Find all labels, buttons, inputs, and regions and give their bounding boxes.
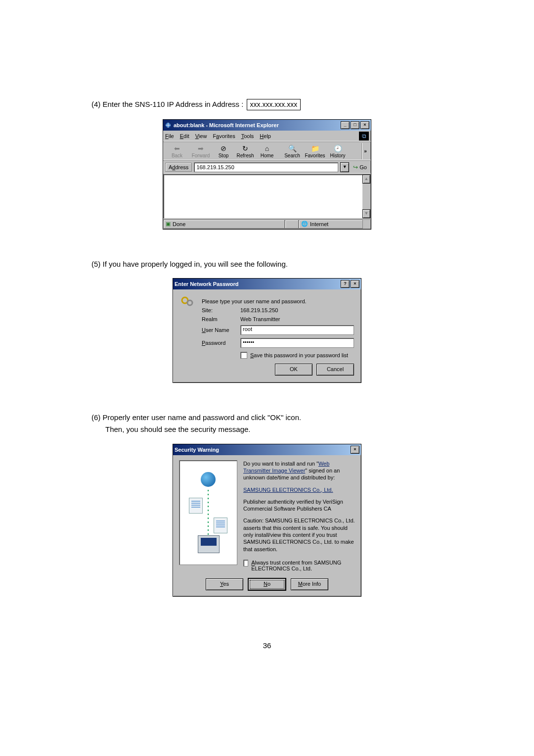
home-icon: ⌂: [262, 144, 272, 153]
ip-placeholder-box: xxx.xxx.xxx.xxx: [247, 99, 301, 110]
computer-icon: [198, 535, 220, 553]
sec-text: Do you want to install and run "Web Tran…: [243, 460, 355, 571]
ie-throbber-icon: ⧉: [359, 132, 369, 141]
home-button[interactable]: ⌂ Home: [256, 143, 278, 159]
favorites-icon: 📁: [310, 144, 320, 153]
svg-point-2: [187, 300, 192, 305]
step4-text: (4) Enter the SNS-110 IP Address in Addr…: [91, 99, 443, 110]
more-info-button[interactable]: More Info: [291, 578, 328, 590]
home-label: Home: [261, 153, 274, 158]
menu-edit[interactable]: Edit: [180, 133, 189, 139]
toolbar-overflow[interactable]: »: [361, 143, 369, 159]
history-button[interactable]: 🕘 History: [327, 143, 349, 159]
sec-body: Do you want to install and run "Web Tran…: [173, 455, 361, 574]
site-label: Site:: [202, 307, 240, 313]
pw-prompt: Please type your user name and password.: [202, 298, 307, 304]
back-arrow-icon: ⬅: [172, 144, 182, 153]
no-button[interactable]: No: [248, 578, 286, 590]
site-value: 168.219.15.250: [240, 307, 278, 313]
go-label: Go: [359, 164, 367, 170]
menu-view[interactable]: View: [195, 133, 207, 139]
scroll-down-arrow[interactable]: ▼: [362, 209, 370, 218]
done-icon: ▣: [166, 221, 171, 227]
status-zone-text: Internet: [310, 221, 328, 227]
go-button[interactable]: ↪ Go: [351, 164, 369, 171]
page-number: 36: [91, 641, 443, 650]
forward-button[interactable]: ➡ Forward: [189, 143, 213, 159]
username-value: root: [243, 326, 252, 332]
sec-line1a: Do you want to install and run ": [243, 461, 318, 467]
ie-window: about:blank - Microsoft Internet Explore…: [163, 119, 371, 230]
ok-button[interactable]: OK: [275, 364, 312, 376]
password-dialog: Enter Network Password ? × Please type y…: [173, 278, 361, 383]
status-pane-zone: 🌐 Internet: [299, 220, 363, 229]
keyring-icon: [180, 295, 195, 310]
sec-buttons: Yes No More Info: [173, 574, 361, 596]
menu-tools[interactable]: Tools: [241, 133, 254, 139]
document-icon: [189, 498, 203, 514]
favorites-label: Favorites: [305, 153, 325, 158]
step4-prefix: (4) Enter the SNS-110 IP Address in Addr…: [91, 100, 246, 108]
ie-titlebar: about:blank - Microsoft Internet Explore…: [163, 120, 371, 131]
minimize-button[interactable]: _: [341, 121, 350, 129]
sec-title: Security Warning: [175, 447, 351, 453]
security-warning-dialog: Security Warning × Do you want to instal…: [173, 444, 361, 597]
password-input[interactable]: ••••••: [240, 338, 354, 348]
address-label: Address: [165, 163, 192, 172]
cancel-button[interactable]: Cancel: [316, 364, 354, 376]
step6a-text: (6) Properly enter user name and passwor…: [91, 413, 443, 423]
stop-button[interactable]: ⊘ Stop: [213, 143, 234, 159]
menu-help[interactable]: Help: [260, 133, 271, 139]
help-button[interactable]: ?: [341, 280, 350, 288]
yes-button[interactable]: Yes: [206, 578, 243, 590]
ie-statusbar: ▣ Done 🌐 Internet: [163, 219, 371, 229]
search-button[interactable]: 🔍 Search: [281, 143, 303, 159]
globe-icon: [201, 472, 216, 487]
refresh-label: Refresh: [236, 153, 254, 158]
scroll-up-arrow[interactable]: ▲: [362, 175, 370, 184]
history-label: History: [330, 153, 345, 158]
password-label: Password: [202, 340, 240, 346]
pw-titlebar: Enter Network Password ? ×: [173, 279, 361, 289]
username-input[interactable]: root: [240, 325, 354, 335]
sec-titlebar: Security Warning ×: [173, 444, 361, 455]
always-trust-checkbox[interactable]: [243, 560, 248, 567]
favorites-button[interactable]: 📁 Favorites: [303, 143, 327, 159]
status-pane-empty: [285, 220, 299, 229]
back-button[interactable]: ⬅ Back: [165, 143, 189, 159]
sec-caution-text: Caution: SAMSUNG ELECTRONICS Co., Ltd. a…: [243, 517, 355, 552]
menu-favorites[interactable]: Favorites: [213, 133, 235, 139]
close-button[interactable]: ×: [351, 446, 359, 454]
sec-link-publisher[interactable]: SAMSUNG ELECTRONICS Co., Ltd.: [243, 487, 333, 493]
search-label: Search: [284, 153, 300, 158]
save-password-checkbox[interactable]: [240, 352, 247, 359]
pw-body: Please type your user name and password.…: [173, 289, 361, 382]
forward-label: Forward: [192, 153, 210, 158]
ie-app-icon: [165, 122, 172, 129]
maximize-button[interactable]: □: [351, 121, 359, 129]
close-button[interactable]: ×: [351, 280, 359, 288]
password-value: ••••••: [243, 339, 254, 345]
history-icon: 🕘: [333, 144, 343, 153]
search-icon: 🔍: [287, 144, 297, 153]
certificate-art: [179, 460, 237, 565]
menu-file[interactable]: File: [165, 133, 174, 139]
pw-title: Enter Network Password: [175, 281, 341, 287]
username-label: User Name: [202, 327, 240, 333]
address-bar: Address 168.219.15.250 ▼ ↪ Go: [163, 161, 371, 174]
close-button[interactable]: ×: [360, 121, 369, 129]
refresh-button[interactable]: ↻ Refresh: [234, 143, 256, 159]
ie-title: about:blank - Microsoft Internet Explore…: [174, 122, 341, 128]
step6b-text: Then, you should see the security messag…: [105, 425, 443, 434]
sec-verified-text: Publisher authenticity verified by VeriS…: [243, 498, 355, 513]
go-icon: ↪: [353, 164, 358, 171]
step5-text: (5) If you have properly logged in, you …: [91, 259, 443, 269]
vertical-scrollbar[interactable]: ▲ ▼: [362, 175, 370, 218]
forward-arrow-icon: ➡: [196, 144, 206, 153]
ie-content-area: ▲ ▼: [163, 174, 371, 219]
always-trust-label: Always trust content from SAMSUNG ELECTR…: [251, 560, 355, 571]
back-label: Back: [172, 153, 182, 158]
address-input[interactable]: 168.219.15.250: [194, 162, 338, 172]
address-dropdown[interactable]: ▼: [340, 162, 349, 172]
globe-icon: 🌐: [301, 221, 308, 227]
